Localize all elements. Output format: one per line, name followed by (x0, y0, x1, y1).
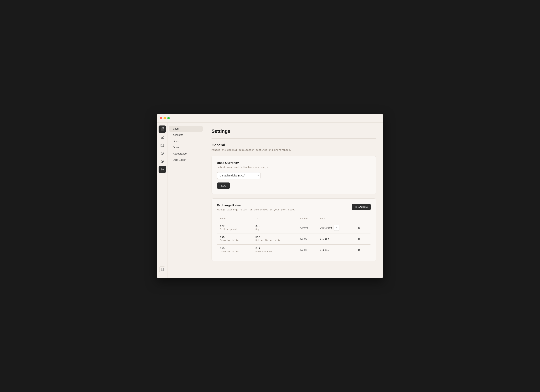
minimize-button[interactable] (164, 117, 166, 119)
sidebar-icon-settings[interactable] (159, 166, 166, 173)
icon-sidebar-bottom (158, 265, 167, 275)
page-title: Settings (211, 129, 376, 134)
rate-with-edit: 100.0000 ✎ (320, 225, 350, 231)
close-button[interactable] (160, 117, 162, 119)
table-row: CAD Canadian dollar EUR European Euro YA… (217, 245, 371, 256)
nav-item-limits[interactable]: Limits (169, 138, 203, 144)
sidebar-icon-chart[interactable] (159, 134, 166, 141)
delete-rate-button[interactable] (356, 247, 362, 253)
exchange-rates-header-text: Exchange Rates Manage exchange rates for… (217, 204, 295, 211)
icon-sidebar-top: 🎬 (159, 125, 166, 264)
app-body: 🎬 (157, 123, 383, 278)
source-badge: MANUAL (300, 227, 309, 229)
from-cell: CAD Canadian dollar (217, 233, 253, 245)
base-currency-description: Select your portfolio base currency. (217, 166, 371, 169)
from-name: Canadian dollar (220, 239, 240, 242)
exchange-rates-description: Manage exchange rates for currencies in … (217, 208, 295, 211)
svg-rect-1 (161, 144, 164, 147)
exchange-rates-title: Exchange Rates (217, 204, 295, 207)
rate-cell: 0.6640 (317, 245, 353, 256)
svg-rect-8 (161, 268, 164, 271)
nav-item-accounts[interactable]: Accounts (169, 132, 203, 138)
col-from: From (217, 215, 253, 222)
titlebar (157, 114, 383, 123)
to-cell: EUR European Euro (252, 245, 297, 256)
icon-sidebar: 🎬 (157, 123, 168, 278)
base-currency-title: Base Currency (217, 161, 371, 165)
pencil-icon: ✎ (335, 227, 338, 229)
from-name: British pound (220, 228, 237, 231)
rate-value: 100.0000 (320, 226, 332, 229)
sidebar-icon-app[interactable]: 🎬 (159, 125, 166, 133)
exchange-rates-header: Exchange Rates Manage exchange rates for… (217, 204, 371, 211)
exchange-rates-table: From To Source Rate GBP British pou (217, 215, 371, 256)
plus-circle-icon: ⊕ (355, 205, 357, 208)
col-rate: Rate (317, 215, 353, 222)
exchange-rates-card: Exchange Rates Manage exchange rates for… (211, 198, 376, 261)
maximize-button[interactable] (167, 117, 170, 119)
nav-item-appearance[interactable]: Appearance (169, 151, 203, 157)
from-code: CAD (220, 236, 250, 239)
source-cell: MANUAL (297, 222, 317, 233)
rate-cell: 0.7187 (317, 233, 353, 245)
to-name: United States dollar (255, 239, 282, 242)
edit-rate-button[interactable]: ✎ (334, 225, 340, 231)
source-cell: YAHOO (297, 245, 317, 256)
general-section-title: General (211, 143, 376, 147)
nav-item-goals[interactable]: Goals (169, 144, 203, 150)
actions-cell (353, 222, 371, 233)
from-cell: GBP British pound (217, 222, 253, 233)
rate-value: 0.6640 (320, 249, 329, 252)
currency-select[interactable]: Canadian dollar (CAD) US Dollar (USD) Eu… (217, 172, 261, 179)
from-code: CAD (220, 247, 250, 250)
to-code: USD (255, 236, 294, 239)
to-cell: Gbp Gbp (252, 222, 297, 233)
col-actions (353, 215, 371, 222)
rate-value: 0.7187 (320, 238, 329, 240)
svg-point-7 (162, 169, 163, 170)
source-badge: YAHOO (300, 249, 307, 252)
to-name: Gbp (255, 228, 259, 231)
sidebar-toggle-button[interactable] (159, 267, 165, 272)
table-header-row: From To Source Rate (217, 215, 371, 222)
to-code: EUR (255, 247, 294, 250)
table-row: CAD Canadian dollar USD United States do… (217, 233, 371, 245)
app-window: 🎬 (157, 114, 383, 278)
add-rate-button[interactable]: ⊕ Add rate (352, 204, 371, 210)
add-rate-label: Add rate (358, 205, 368, 208)
delete-rate-button[interactable] (356, 236, 362, 242)
general-section-description: Manage the general application settings … (211, 149, 376, 151)
actions-cell (353, 233, 371, 245)
main-content: Settings General Manage the general appl… (204, 123, 383, 278)
section-divider (211, 139, 376, 139)
base-currency-card: Base Currency Select your portfolio base… (211, 156, 376, 194)
from-cell: CAD Canadian dollar (217, 245, 253, 256)
from-name: Canadian dollar (220, 250, 240, 253)
nav-item-data-export[interactable]: Data Export (169, 157, 203, 163)
to-name: European Euro (255, 250, 273, 253)
source-badge: YAHOO (300, 238, 307, 240)
sidebar-icon-calendar[interactable] (159, 142, 166, 149)
rate-cell: 100.0000 ✎ (317, 222, 353, 233)
delete-rate-button[interactable] (356, 225, 362, 231)
nav-sidebar: Save Accounts Limits Goals Appearance Da… (168, 123, 204, 278)
currency-select-wrapper: Canadian dollar (CAD) US Dollar (USD) Eu… (217, 172, 261, 179)
to-code: Gbp (255, 225, 294, 228)
save-button[interactable]: Save (217, 183, 230, 189)
actions-cell (353, 245, 371, 256)
from-code: GBP (220, 225, 250, 228)
nav-item-general[interactable]: Save (169, 126, 203, 132)
to-cell: USD United States dollar (252, 233, 297, 245)
col-to: To (252, 215, 297, 222)
sidebar-icon-coins[interactable] (159, 150, 166, 157)
table-row: GBP British pound Gbp Gbp MANUAL (217, 222, 371, 233)
col-source: Source (297, 215, 317, 222)
sidebar-icon-history[interactable] (159, 158, 166, 165)
source-cell: YAHOO (297, 233, 317, 245)
